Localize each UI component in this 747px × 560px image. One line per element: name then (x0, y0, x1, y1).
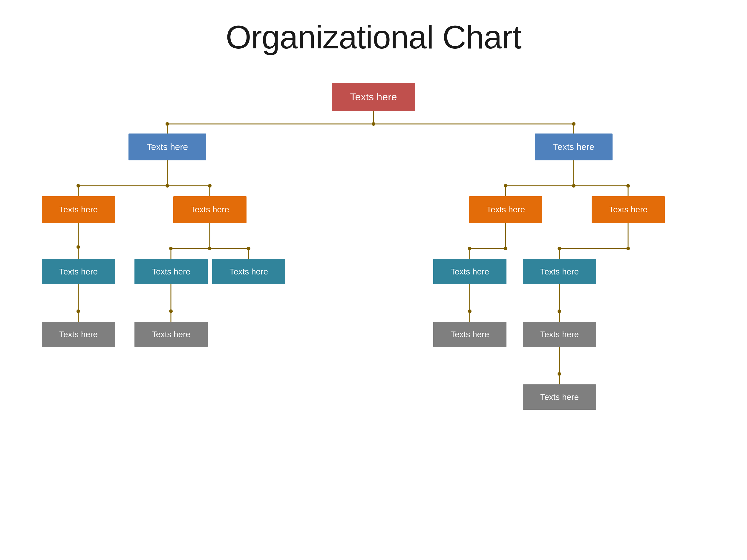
svg-point-48 (468, 310, 471, 313)
svg-point-11 (165, 184, 169, 188)
node-l1b: Texts here (535, 134, 613, 160)
node-l1a: Texts here (128, 134, 206, 160)
svg-point-20 (626, 184, 630, 188)
node-l5a: Texts here (523, 384, 596, 410)
svg-point-39 (626, 247, 630, 250)
node-l2d: Texts here (592, 196, 665, 223)
svg-point-51 (558, 310, 561, 313)
svg-point-40 (558, 247, 561, 250)
svg-point-5 (165, 122, 169, 126)
node-l3b: Texts here (134, 259, 208, 284)
node-l2b: Texts here (173, 196, 247, 223)
svg-point-29 (169, 247, 173, 250)
node-l4b: Texts here (134, 322, 208, 347)
svg-point-13 (208, 184, 211, 188)
svg-point-54 (558, 372, 561, 376)
node-l3d: Texts here (433, 259, 507, 284)
svg-point-42 (77, 310, 80, 313)
page-title: Organizational Chart (226, 18, 521, 56)
svg-point-30 (247, 247, 250, 250)
svg-point-18 (572, 184, 575, 188)
svg-point-12 (77, 184, 80, 188)
svg-point-45 (169, 310, 173, 313)
node-l3e: Texts here (523, 259, 596, 284)
node-l2a: Texts here (42, 196, 115, 223)
node-l3c: Texts here (212, 259, 285, 284)
svg-point-6 (572, 122, 575, 126)
node-l2c: Texts here (469, 196, 542, 223)
org-chart: Texts here Texts here Texts here Texts h… (15, 74, 732, 560)
node-l3a: Texts here (42, 259, 115, 284)
svg-point-34 (504, 247, 507, 250)
svg-point-4 (372, 122, 375, 126)
node-l4d: Texts here (523, 322, 596, 347)
connector-lines (15, 74, 732, 560)
svg-point-35 (468, 247, 471, 250)
svg-point-23 (77, 245, 80, 249)
svg-point-28 (208, 247, 211, 250)
node-root: Texts here (332, 83, 415, 111)
node-l4c: Texts here (433, 322, 507, 347)
svg-point-19 (504, 184, 507, 188)
node-l4a: Texts here (42, 322, 115, 347)
